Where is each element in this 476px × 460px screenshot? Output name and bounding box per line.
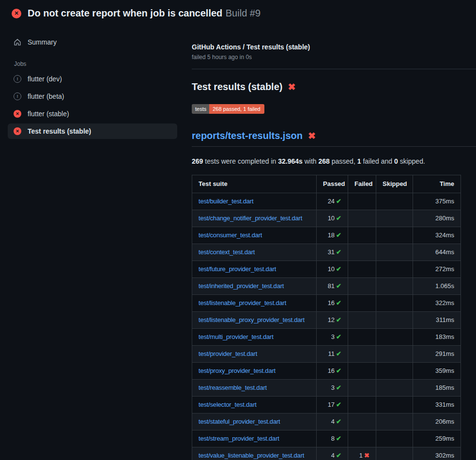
check-icon: ✔ [336,198,341,205]
x-circle-icon: ✕ [14,127,21,135]
suite-time: 359ms [413,363,461,380]
suite-time: 331ms [413,397,461,414]
check-icon: ✔ [336,316,341,323]
tests-badge: tests 268 passed, 1 failed [192,104,264,114]
table-row: test/stateful_provider_test.dart4✔206ms [192,414,461,430]
check-icon: ✔ [336,299,341,307]
test-suite-link[interactable]: test/multi_provider_test.dart [199,333,274,340]
suite-time: 272ms [413,261,461,278]
badge-label: tests [192,104,209,114]
badge-value: 268 passed, 1 failed [209,104,264,114]
test-suite-link[interactable]: test/proxy_provider_test.dart [199,367,276,374]
check-icon: ✔ [336,333,341,340]
home-icon [14,38,21,46]
page-title: Do not create report when job is cancell… [28,8,222,18]
check-icon: ✔ [336,231,341,239]
check-icon: ✔ [336,350,341,357]
table-header-row: Test suite Passed Failed Skipped Time [192,175,461,193]
table-row: test/stream_provider_test.dart8✔259ms [192,430,461,447]
sidebar-job-item[interactable]: ! flutter (beta) [8,89,177,104]
table-row: test/provider_test.dart11✔291ms [192,346,461,363]
sidebar-item-summary[interactable]: Summary [8,34,177,50]
test-results-table: Test suite Passed Failed Skipped Time te… [192,175,461,460]
divider [192,69,476,69]
suite-time: 185ms [413,380,461,397]
test-suite-link[interactable]: test/stream_provider_test.dart [199,435,279,442]
build-titlebar: ✕ Do not create report when job is cance… [0,0,476,26]
check-icon: ✔ [336,401,341,408]
check-icon: ✔ [336,418,341,425]
check-icon: ✔ [336,282,341,290]
sidebar-item-label: flutter (beta) [28,92,64,100]
test-suite-link[interactable]: test/future_provider_test.dart [199,265,276,273]
test-suite-link[interactable]: test/reassemble_test.dart [199,384,267,391]
table-row: test/listenable_provider_test.dart16✔322… [192,295,461,312]
suite-time: 322ms [413,295,461,312]
suite-time: 302ms [413,447,461,460]
suite-time: 1.065s [413,278,461,295]
stale-icon: ! [14,75,21,83]
test-suite-link[interactable]: test/stateful_provider_test.dart [199,418,280,425]
x-circle-icon: ✕ [14,110,21,118]
report-file-link[interactable]: reports/test-results.json [192,130,303,141]
report-heading-row: reports/test-results.json ✖ [192,130,476,147]
column-header-skipped: Skipped [376,175,413,193]
test-suite-link[interactable]: test/context_test.dart [199,248,255,256]
table-row: test/context_test.dart31✔644ms [192,244,461,261]
suite-time: 324ms [413,227,461,244]
table-row: test/inherited_provider_test.dart81✔1.06… [192,278,461,295]
check-icon: ✔ [336,435,341,442]
table-row: test/listenable_proxy_provider_test.dart… [192,312,461,329]
suite-time: 311ms [413,312,461,329]
x-icon: ✖ [364,452,369,459]
column-header-passed: Passed [317,175,348,193]
check-icon: ✔ [336,215,341,222]
table-row: test/selector_test.dart17✔331ms [192,397,461,414]
sidebar-job-item[interactable]: ! flutter (dev) [8,71,177,87]
x-icon: ✖ [288,81,295,92]
summary-text: 269 tests were completed in 32.964s with… [192,157,461,165]
check-icon: ✔ [336,367,341,374]
suite-time: 375ms [413,193,461,210]
build-number: Build #9 [226,8,261,18]
suite-time: 206ms [413,414,461,430]
test-suite-link[interactable]: test/selector_test.dart [199,401,257,408]
test-suite-link[interactable]: test/listenable_proxy_provider_test.dart [199,316,305,323]
table-row: test/future_provider_test.dart10✔272ms [192,261,461,278]
breadcrumb: GitHub Actions / Test results (stable) [192,43,461,51]
test-suite-link[interactable]: test/change_notifier_provider_test.dart [199,215,302,222]
column-header-time: Time [413,175,461,193]
table-row: test/multi_provider_test.dart3✔183ms [192,329,461,346]
suite-time: 183ms [413,329,461,346]
run-status-meta: failed 5 hours ago in 0s [192,54,461,61]
suite-time: 291ms [413,346,461,363]
jobs-list: ! flutter (dev) ! flutter (beta) ✕ flutt… [8,71,177,139]
sidebar-job-item[interactable]: ✕ Test results (stable) [8,123,177,139]
check-icon: ✔ [336,384,341,391]
test-suite-link[interactable]: test/listenable_provider_test.dart [199,299,286,307]
page-title-group: Do not create report when job is cancell… [28,8,261,19]
main-content: GitHub Actions / Test results (stable) f… [184,26,476,460]
x-circle-icon: ✕ [12,9,21,18]
sidebar-job-item[interactable]: ✕ flutter (stable) [8,106,177,122]
x-icon: ✖ [308,130,316,141]
test-suite-link[interactable]: test/builder_test.dart [199,198,253,205]
sidebar-item-label: flutter (dev) [28,75,62,83]
check-icon: ✔ [336,248,341,256]
table-row: test/consumer_test.dart18✔324ms [192,227,461,244]
test-suite-link[interactable]: test/value_listenable_provider_test.dart [199,452,304,459]
sidebar-item-label: Summary [28,38,57,46]
table-row: test/value_listenable_provider_test.dart… [192,447,461,460]
test-suite-link[interactable]: test/consumer_test.dart [199,231,262,239]
suite-time: 644ms [413,244,461,261]
column-header-failed: Failed [348,175,376,193]
table-row: test/reassemble_test.dart3✔185ms [192,380,461,397]
check-icon: ✔ [336,452,341,459]
sidebar: Summary Jobs ! flutter (dev) ! flutter (… [0,26,184,141]
check-icon: ✔ [336,265,341,273]
test-suite-link[interactable]: test/provider_test.dart [199,350,257,357]
suite-time: 280ms [413,210,461,227]
column-header-test-suite: Test suite [192,175,317,193]
section-title-row: Test results (stable) ✖ [192,81,461,92]
test-suite-link[interactable]: test/inherited_provider_test.dart [199,282,284,290]
